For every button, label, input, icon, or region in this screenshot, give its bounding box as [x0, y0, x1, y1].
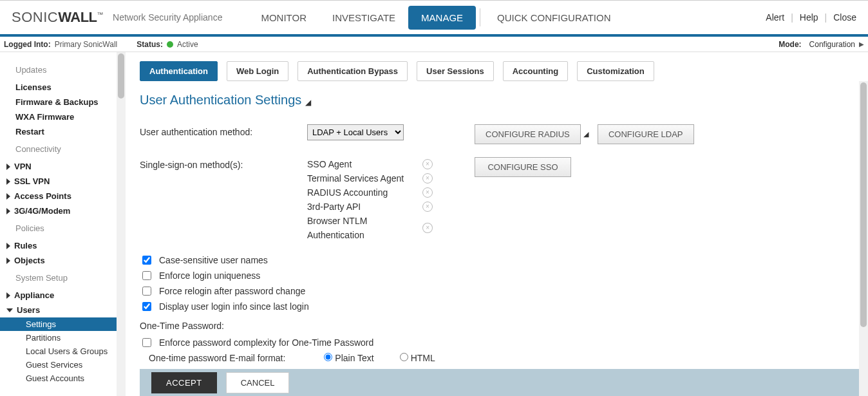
sidebar-scroll-thumb[interactable]	[118, 53, 124, 99]
otp-plain-radio[interactable]	[324, 353, 332, 361]
sidebar-item-objects[interactable]: Objects	[0, 253, 117, 268]
link-close[interactable]: Close	[833, 12, 856, 23]
sidebar-item-label: VPN	[14, 162, 32, 171]
sidebar-group-updates[interactable]: Updates	[0, 60, 117, 80]
chk-row-uniq: Enforce login uniqueness	[142, 270, 854, 281]
workspace: Updates Licenses Firmware & Backups WXA …	[0, 52, 868, 396]
sso-buttons: CONFIGURE SSO	[475, 157, 581, 177]
sidebar-sub-guestaccounts[interactable]: Guest Accounts	[0, 372, 117, 385]
sidebar-group-systemsetup[interactable]: System Setup	[0, 268, 117, 288]
sidebar-item-label: Objects	[14, 256, 45, 265]
sidebar-sub-settings[interactable]: Settings	[0, 317, 117, 331]
tab-accounting[interactable]: Accounting	[503, 61, 569, 81]
sso-item-label: SSO Agent	[307, 157, 352, 171]
nav-monitor[interactable]: MONITOR	[248, 6, 319, 30]
sidebar-group-policies[interactable]: Policies	[0, 218, 117, 238]
nav-separator	[480, 8, 480, 26]
cancel-button[interactable]: CANCEL	[226, 372, 290, 393]
remove-icon[interactable]: ×	[422, 202, 433, 212]
sidebar-item-firmware[interactable]: Firmware & Backups	[0, 95, 117, 109]
row-auth-method: User authentication method: LDAP + Local…	[140, 124, 854, 144]
configure-radius-button[interactable]: CONFIGURE RADIUS	[475, 124, 581, 144]
sidebar-item-sslvpn[interactable]: SSL VPN	[0, 174, 117, 189]
chevron-right-icon[interactable]: ▶	[859, 41, 864, 48]
sidebar-item-label: SSL VPN	[14, 176, 50, 186]
tab-authbypass[interactable]: Authentication Bypass	[297, 61, 408, 81]
sidebar-group-connectivity[interactable]: Connectivity	[0, 139, 117, 159]
force-relogin-checkbox[interactable]	[142, 287, 151, 296]
login-uniqueness-checkbox[interactable]	[142, 271, 151, 280]
sidebar-sub-localusersgroups[interactable]: Local Users & Groups	[0, 344, 117, 358]
configure-sso-button[interactable]: CONFIGURE SSO	[475, 157, 571, 177]
tab-authentication[interactable]: Authentication	[140, 61, 218, 81]
sso-item-api: 3rd-Party API×	[307, 200, 433, 214]
tabs-row: Authentication Web Login Authentication …	[126, 52, 868, 81]
sidebar-item-label: Users	[17, 305, 40, 315]
mode-value[interactable]: Configuration	[809, 40, 855, 49]
configure-ldap-button[interactable]: CONFIGURE LDAP	[598, 124, 694, 144]
content-scroll-thumb[interactable]	[860, 82, 867, 327]
link-alert[interactable]: Alert	[766, 12, 784, 23]
sidebar-item-appliance[interactable]: Appliance	[0, 288, 117, 303]
mode-label: Mode:	[778, 40, 801, 49]
remove-icon[interactable]: ×	[422, 187, 433, 198]
caret-right-icon	[6, 292, 10, 299]
otp-html-radio[interactable]	[400, 353, 408, 361]
chk-label: Enforce login uniqueness	[159, 270, 260, 281]
chk-label: Case-sensitive user names	[159, 255, 268, 265]
caret-right-icon	[6, 208, 10, 214]
otp-complexity-checkbox[interactable]	[142, 338, 151, 347]
tab-customization[interactable]: Customization	[577, 61, 654, 81]
remove-icon[interactable]: ×	[422, 223, 433, 233]
chk-row-display: Display user login info since last login	[142, 301, 854, 312]
top-bar: SONICWALL™ Network Security Appliance MO…	[0, 0, 868, 37]
otp-format-label: One-time password E-mail format:	[149, 353, 285, 363]
sidebar-sub-guestservices[interactable]: Guest Services	[0, 358, 117, 372]
tab-usersessions[interactable]: User Sessions	[417, 61, 494, 81]
caret-icon: ◢	[583, 130, 589, 138]
sso-label: Single-sign-on method(s):	[140, 157, 307, 170]
brand-part1: SONIC	[12, 9, 58, 25]
auth-method-select[interactable]: LDAP + Local Users	[307, 124, 404, 140]
sidebar-item-restart[interactable]: Restart	[0, 124, 117, 139]
sidebar-item-rules[interactable]: Rules	[0, 238, 117, 253]
sidebar-item-licenses[interactable]: Licenses	[0, 80, 117, 95]
sidebar-scrollbar[interactable]	[117, 52, 126, 396]
nav-quickconfig[interactable]: QUICK CONFIGURATION	[484, 6, 623, 30]
sso-list: SSO Agent× Terminal Services Agent× RADI…	[307, 157, 475, 242]
display-logininfo-checkbox[interactable]	[142, 302, 151, 311]
title-caret-icon[interactable]: ◢	[305, 98, 311, 107]
remove-icon[interactable]: ×	[422, 159, 433, 169]
logged-into-label: Logged Into:	[4, 40, 51, 49]
case-sensitive-checkbox[interactable]	[142, 256, 151, 265]
link-help[interactable]: Help	[800, 12, 818, 23]
brand-tm: ™	[97, 11, 104, 18]
accept-button[interactable]: ACCEPT	[151, 372, 217, 393]
sidebar-item-label: Access Points	[14, 191, 71, 201]
mode-area: Mode: Configuration ▶	[778, 40, 864, 49]
tagline: Network Security Appliance	[113, 12, 222, 23]
sidebar-item-vpn[interactable]: VPN	[0, 159, 117, 174]
sidebar-item-label: Appliance	[14, 290, 54, 300]
content-scrollbar[interactable]	[859, 81, 868, 396]
main-nav: MONITOR INVESTIGATE MANAGE QUICK CONFIGU…	[248, 6, 623, 30]
sep-icon: |	[825, 12, 827, 23]
sidebar-item-accesspoints[interactable]: Access Points	[0, 189, 117, 203]
remove-icon[interactable]: ×	[422, 173, 433, 184]
sso-item-agent: SSO Agent×	[307, 157, 433, 171]
sidebar-item-modem[interactable]: 3G/4G/Modem	[0, 203, 117, 218]
tab-weblogin[interactable]: Web Login	[227, 61, 288, 81]
sidebar-sub-partitions[interactable]: Partitions	[0, 331, 117, 344]
nav-manage[interactable]: MANAGE	[408, 6, 476, 30]
chk-label: Display user login info since last login	[159, 301, 309, 312]
sidebar-item-wxa[interactable]: WXA Firmware	[0, 109, 117, 124]
caret-right-icon	[6, 243, 10, 249]
nav-investigate[interactable]: INVESTIGATE	[319, 6, 408, 30]
otp-heading: One-Time Password:	[140, 321, 854, 331]
page-title: User Authentication Settings	[140, 93, 301, 108]
sso-item-label: Terminal Services Agent	[307, 171, 404, 185]
auth-method-label: User authentication method:	[140, 124, 307, 137]
chk-row-relogin: Force relogin after password change	[142, 286, 854, 296]
sidebar-item-label: Firmware & Backups	[15, 97, 99, 107]
sidebar-item-users[interactable]: Users	[0, 303, 117, 317]
